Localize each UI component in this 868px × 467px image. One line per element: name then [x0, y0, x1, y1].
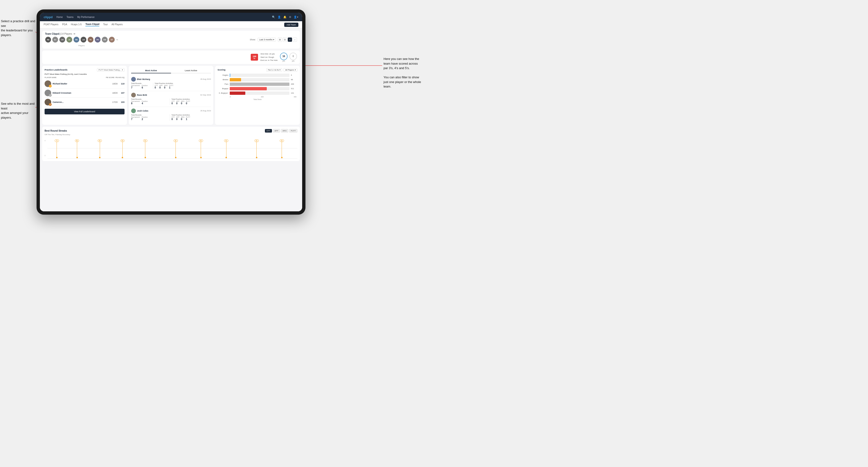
tab-most-active[interactable]: Most Active [131, 68, 171, 73]
pin-3x-1: 3x [254, 139, 259, 158]
bar-value-eagles: 3 [291, 74, 297, 76]
main-content: Team Clippd | 14 Players ✏ RB EC CM JC R… [40, 28, 302, 211]
scoring-bar-chart: Eagles 3 Birdies [217, 73, 298, 100]
tab-pgat-players[interactable]: PGAT Players [44, 23, 58, 26]
activity-player-1-header: Blair McHarg 26 Aug 2023 [131, 77, 211, 82]
streak-btn-arg[interactable]: ARG [281, 129, 288, 132]
lb-avg-3: 103 [121, 101, 125, 103]
lb-score-2: 18/20 [112, 92, 118, 94]
divider-1 [153, 83, 153, 89]
avatar-1[interactable]: RB [45, 36, 51, 43]
view-list[interactable]: ≡ [288, 37, 292, 42]
team-header-right: Show: Last 3 months ▾ ⊞ ⊟ ≡ ↕ [250, 37, 297, 42]
ap-stats-2: Total Rounds Tournament 8 Practice [131, 98, 211, 105]
bar-row-eagles: Eagles 3 [218, 73, 297, 77]
scoring-card: Scoring Par 3, 4 & 5s ▾ All Players ▾ [215, 66, 300, 125]
pin-label-5x-2: 5x [143, 139, 148, 142]
ap-avatar-3 [131, 108, 136, 113]
avatar-8[interactable]: PH [95, 36, 101, 43]
tab-tour[interactable]: Tour [103, 23, 107, 26]
bar-row-bogeys: Bogeys 311 [218, 87, 297, 90]
start-lie-label: Start Lie: Rough [260, 56, 278, 59]
pin-label-6x-1: 6x [75, 139, 79, 142]
bar-row-dbogeys: 0. Bogeys+ 131 [218, 92, 297, 95]
tab-team-clippd[interactable]: Team Clippd [85, 23, 99, 26]
shot-distance-badge: 198 Sc [251, 54, 258, 61]
pin-line-4x-1 [176, 142, 176, 157]
divider-3 [170, 114, 170, 121]
leaderboards-header: Practice Leaderboards PUTT Must Make Put… [44, 68, 125, 72]
stat2: 0 yds [289, 53, 297, 62]
avatar-2[interactable]: EC [52, 36, 58, 43]
annotation-1: Select a practice drill and seethe leade… [1, 19, 36, 37]
view-icons: ⊞ ⊟ ≡ ↕ [278, 37, 297, 42]
nav-my-performance[interactable]: My Performance [77, 16, 94, 19]
user-avatar-icon[interactable]: 👤▾ [294, 15, 299, 19]
annotation-3: Here you can see how theteam have scored… [383, 57, 433, 89]
par-filter-dropdown[interactable]: Par 3, 4 & 5s ▾ [266, 68, 282, 72]
pin-label-4x-3: 4x [224, 139, 228, 142]
view-full-leaderboard-button[interactable]: View Full Leaderboard [44, 109, 125, 115]
subnav-tabs: PGAT Players PGA Hcaps 1-5 Team Clippd T… [44, 23, 123, 26]
pin-line-6x-2 [100, 142, 100, 157]
streak-btn-putt[interactable]: PUTT [289, 129, 298, 132]
bar-label-pars: Pars [218, 83, 228, 85]
shot-dist-label: Shot Dist: 16 yds [260, 52, 278, 56]
view-sort[interactable]: ↕ [293, 37, 297, 42]
pin-6x-1: 6x [75, 139, 79, 158]
bar-value-bogeys: 311 [291, 88, 297, 90]
tab-all-players[interactable]: All Players [112, 23, 123, 26]
pin-line-5x-2 [145, 142, 145, 157]
avatar-5[interactable]: RB [73, 36, 80, 43]
ap-stat-total-rounds-2: Total Rounds Tournament 8 Practice [131, 98, 168, 105]
bar-value-pars: 499 [291, 83, 297, 85]
players-filter-dropdown[interactable]: All Players ▾ [283, 68, 298, 72]
ap-avatar-2 [131, 93, 136, 97]
view-grid-large[interactable]: ⊟ [283, 37, 287, 42]
view-grid-small[interactable]: ⊞ [278, 37, 282, 42]
settings-icon[interactable]: ⚙ [289, 15, 291, 19]
lb-subtitle: PUTT Must Make Putting (3-6 ft), Last 3 … [44, 73, 125, 75]
add-team-button[interactable]: Add Team [284, 23, 299, 27]
avatar-3[interactable]: CM [59, 36, 65, 43]
avatar-7[interactable]: TK [88, 36, 94, 43]
bar-label-dbogeys: 0. Bogeys+ [218, 92, 228, 94]
team-header-card: Team Clippd | 14 Players ✏ RB EC CM JC R… [42, 31, 300, 49]
tab-pga[interactable]: PGA [62, 23, 67, 26]
pin-dot-3x-2 [281, 157, 283, 158]
bell-icon[interactable]: 🔔 [283, 15, 286, 19]
streaks-section: Best Round Streaks OTT APP ARG PUTT Off … [42, 127, 300, 161]
avatar-4[interactable]: JC [66, 36, 72, 43]
scoring-filters: Par 3, 4 & 5s ▾ All Players ▾ [266, 68, 298, 72]
avatar-6[interactable]: LM [81, 36, 87, 43]
tab-least-active[interactable]: Least Active [171, 68, 211, 73]
streak-btn-ott[interactable]: OTT [265, 129, 272, 132]
ap-name-row-3: Josh Coles [131, 108, 148, 113]
lb-avatar-1: 1 [44, 81, 51, 87]
shot-dist-unit: Sc [253, 58, 256, 59]
lb-score-3: 17/20 [112, 101, 118, 103]
activity-player-3-header: Josh Coles 26 Aug 2023 [131, 108, 211, 113]
navbar-left: clippd Home Teams My Performance [44, 15, 95, 19]
pin-line-4x-3 [226, 142, 226, 157]
pin-3x-2: 3x [280, 139, 284, 158]
ap-name-1: Blair McHarg [137, 78, 150, 81]
stat1-unit: yds [280, 60, 287, 62]
search-icon[interactable]: 🔍 [272, 15, 275, 19]
drill-dropdown[interactable]: PUTT Must Make Putting... ▾ [97, 68, 125, 72]
avatar-10[interactable]: GT [109, 36, 115, 43]
rank-badge-1: 1 [49, 85, 52, 88]
stat2-circle: 0 [289, 53, 297, 60]
show-select[interactable]: Last 3 months ▾ [257, 38, 276, 41]
person-icon[interactable]: 👤 [278, 15, 281, 19]
ap-stat-practice-3: Total Practice Activities OTT0 APP0 ARG0… [172, 114, 211, 121]
nav-home[interactable]: Home [56, 16, 63, 19]
rank-badge-2: 2 [49, 94, 52, 97]
tab-hcaps[interactable]: Hcaps 1-5 [71, 23, 82, 26]
nav-teams[interactable]: Teams [66, 16, 73, 19]
pin-dot-5x-2 [145, 157, 146, 158]
ap-date-1: 26 Aug 2023 [200, 78, 211, 80]
edit-icon[interactable]: ✏ [73, 33, 75, 35]
avatar-9[interactable]: SW [102, 36, 108, 43]
streak-btn-app[interactable]: APP [273, 129, 280, 132]
